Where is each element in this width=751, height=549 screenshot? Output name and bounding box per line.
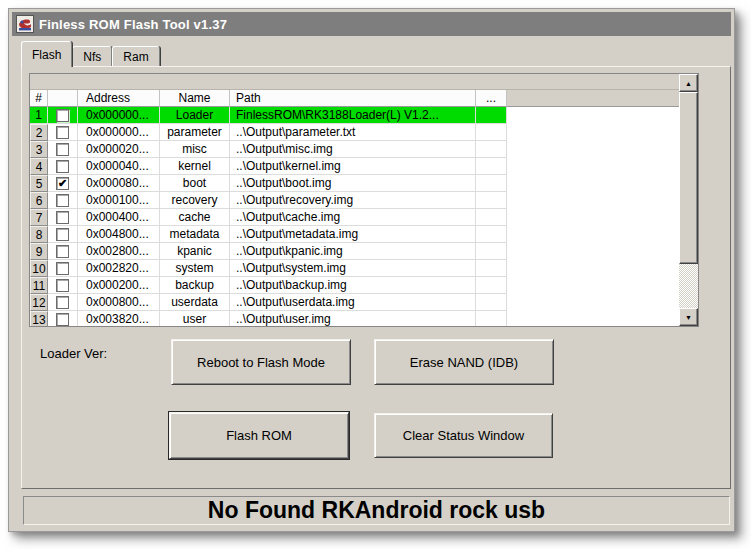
table-row[interactable]: 100x002820...system..\Output\system.img	[30, 260, 679, 277]
path-cell: ..\Output\boot.img	[230, 175, 476, 192]
name-cell: user	[160, 311, 230, 327]
reboot-to-flash-mode-button[interactable]: Reboot to Flash Mode	[171, 339, 351, 385]
row-checkbox[interactable]	[56, 126, 69, 139]
table-row[interactable]: 40x000040...kernel..\Output\kernel.img	[30, 158, 679, 175]
row-number-cell: 7	[30, 209, 48, 226]
header-dots: ...	[476, 90, 507, 107]
header-filler	[507, 90, 679, 107]
address-cell: 0x002820...	[78, 260, 160, 277]
scrollbar-track[interactable]	[679, 264, 698, 308]
header-address: Address	[78, 90, 160, 107]
table-row[interactable]: 60x000100...recovery..\Output\recovery.i…	[30, 192, 679, 209]
row-number-cell: 4	[30, 158, 48, 175]
table-row[interactable]: 120x000800...userdata..\Output\userdata.…	[30, 294, 679, 311]
row-checkbox[interactable]	[56, 194, 69, 207]
row-number-cell: 12	[30, 294, 48, 311]
row-checkbox[interactable]	[56, 143, 69, 156]
row-checkbox[interactable]	[56, 211, 69, 224]
row-checkbox[interactable]	[56, 296, 69, 309]
tab-page-flash: # Address Name Path ... 10x000000...Load…	[21, 66, 731, 489]
vertical-scrollbar[interactable]: ▲ ▼	[679, 74, 698, 326]
row-number-cell: 6	[30, 192, 48, 209]
row-checkbox[interactable]	[56, 160, 69, 173]
checkbox-cell	[48, 141, 78, 158]
checkbox-cell	[48, 107, 78, 124]
table-row[interactable]: 5✔0x000080...boot..\Output\boot.img	[30, 175, 679, 192]
address-cell: 0x000100...	[78, 192, 160, 209]
grid-body: 10x000000...LoaderFinlessROM\RK3188Loade…	[30, 107, 679, 327]
row-number-cell: 13	[30, 311, 48, 327]
name-cell: userdata	[160, 294, 230, 311]
row-checkbox[interactable]	[56, 245, 69, 258]
tab-nfs[interactable]: Nfs	[72, 46, 112, 67]
row-checkbox[interactable]	[56, 313, 69, 326]
row-checkbox[interactable]	[56, 262, 69, 275]
checkbox-cell	[48, 260, 78, 277]
address-cell: 0x000200...	[78, 277, 160, 294]
scroll-down-button[interactable]: ▼	[679, 308, 698, 326]
name-cell: misc	[160, 141, 230, 158]
name-cell: parameter	[160, 124, 230, 141]
table-row[interactable]: 110x000200...backup..\Output\backup.img	[30, 277, 679, 294]
table-row[interactable]: 30x000020...misc..\Output\misc.img	[30, 141, 679, 158]
path-cell: ..\Output\recovery.img	[230, 192, 476, 209]
window-title: Finless ROM Flash Tool v1.37	[39, 17, 227, 32]
checkbox-cell	[48, 226, 78, 243]
checkbox-cell	[48, 192, 78, 209]
clear-status-window-button[interactable]: Clear Status Window	[374, 413, 553, 458]
dots-cell	[476, 209, 507, 226]
table-row[interactable]: 20x000000...parameter..\Output\parameter…	[30, 124, 679, 141]
checkbox-cell	[48, 158, 78, 175]
title-bar[interactable]: Finless ROM Flash Tool v1.37	[12, 12, 731, 36]
row-number-cell: 1	[30, 107, 48, 124]
path-cell: ..\Output\parameter.txt	[230, 124, 476, 141]
table-row[interactable]: 70x000400...cache..\Output\cache.img	[30, 209, 679, 226]
scroll-up-button[interactable]: ▲	[679, 74, 698, 92]
row-number-cell: 9	[30, 243, 48, 260]
table-fixed-strip	[30, 74, 679, 90]
name-cell: recovery	[160, 192, 230, 209]
flash-rom-button[interactable]: Flash ROM	[169, 412, 349, 459]
row-number-cell: 2	[30, 124, 48, 141]
tab-flash[interactable]: Flash	[21, 41, 72, 67]
app-window: Finless ROM Flash Tool v1.37 Flash Nfs R…	[8, 8, 735, 532]
dots-cell	[476, 226, 507, 243]
row-checkbox[interactable]	[56, 109, 69, 122]
name-cell: system	[160, 260, 230, 277]
row-checkbox[interactable]	[56, 279, 69, 292]
path-cell: ..\Output\userdata.img	[230, 294, 476, 311]
app-icon	[16, 15, 34, 33]
dots-cell	[476, 192, 507, 209]
name-cell: backup	[160, 277, 230, 294]
status-message: No Found RKAndroid rock usb	[208, 497, 545, 524]
tab-ram[interactable]: Ram	[112, 46, 159, 67]
row-number-cell: 11	[30, 277, 48, 294]
name-cell: boot	[160, 175, 230, 192]
address-cell: 0x000000...	[78, 107, 160, 124]
dots-cell	[476, 260, 507, 277]
checkbox-cell	[48, 311, 78, 327]
tab-strip: Flash Nfs Ram	[21, 41, 160, 67]
path-cell: ..\Output\metadata.img	[230, 226, 476, 243]
address-cell: 0x000020...	[78, 141, 160, 158]
address-cell: 0x003820...	[78, 311, 160, 327]
address-cell: 0x000400...	[78, 209, 160, 226]
path-cell: FinlessROM\RK3188Loader(L) V1.2...	[230, 107, 476, 124]
row-checkbox-checked[interactable]: ✔	[56, 177, 69, 190]
scrollbar-thumb[interactable]	[679, 92, 698, 264]
row-number-cell: 8	[30, 226, 48, 243]
table-row[interactable]: 10x000000...LoaderFinlessROM\RK3188Loade…	[30, 107, 679, 124]
table-row[interactable]: 130x003820...user..\Output\user.img	[30, 311, 679, 327]
path-cell: ..\Output\misc.img	[230, 141, 476, 158]
erase-nand-idb-button[interactable]: Erase NAND (IDB)	[374, 339, 554, 385]
table-row[interactable]: 90x002800...kpanic..\Output\kpanic.img	[30, 243, 679, 260]
name-cell: cache	[160, 209, 230, 226]
dots-cell	[476, 175, 507, 192]
address-cell: 0x000000...	[78, 124, 160, 141]
dots-cell	[476, 158, 507, 175]
partition-table[interactable]: # Address Name Path ... 10x000000...Load…	[29, 73, 699, 327]
path-cell: ..\Output\kpanic.img	[230, 243, 476, 260]
address-cell: 0x000040...	[78, 158, 160, 175]
row-checkbox[interactable]	[56, 228, 69, 241]
table-row[interactable]: 80x004800...metadata..\Output\metadata.i…	[30, 226, 679, 243]
